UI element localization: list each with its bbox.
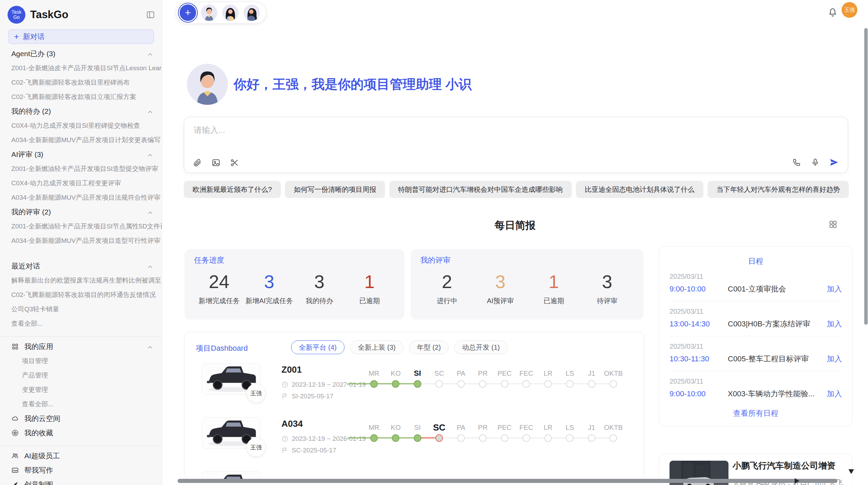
milestone-dot xyxy=(566,380,574,388)
milestone-dot xyxy=(414,434,421,442)
event-time: 10:30-11:30 xyxy=(670,355,728,363)
card-title: 任务进度 xyxy=(194,255,395,265)
sidebar-item-help-me-write[interactable]: 帮我写作 xyxy=(0,466,162,475)
sidebar-item[interactable]: C02-飞腾新能源轻客改款项目里程碑画布 xyxy=(0,78,162,87)
scroll-down-arrow-icon[interactable] xyxy=(848,469,854,474)
sidebar-item[interactable]: C0X4-动力总成开发项目SI里程碑提交物检查 xyxy=(0,121,162,130)
grid-view-icon[interactable] xyxy=(829,220,837,229)
filter-powertrain[interactable]: 动总开发 (1) xyxy=(454,340,508,354)
suggestion-chip[interactable]: 特朗普可能对进口汽车增税会对中国车企造成哪些影响 xyxy=(389,181,572,198)
user-avatar[interactable]: 王强 xyxy=(842,2,857,18)
owner-avatar: 王强 xyxy=(246,438,266,457)
sidebar-collapse-icon[interactable] xyxy=(146,10,155,19)
composer-right-tools xyxy=(792,158,839,167)
sidebar-section-my-todo[interactable]: 我的待办 (2) xyxy=(0,107,162,116)
sidebar-item-ai-super-staff[interactable]: AI超级员工 xyxy=(0,451,162,460)
milestone: MR xyxy=(363,368,385,389)
filter-new-platform[interactable]: 全新平台 (4) xyxy=(291,340,345,354)
event-title: X003-车辆动力学性能验... xyxy=(728,389,827,399)
mic-icon[interactable] xyxy=(811,158,820,167)
sidebar-item[interactable]: C0X4-动力总成开发项目工程变更评审 xyxy=(0,179,162,188)
milestone: OKTB xyxy=(603,422,625,443)
app-link-project-mgmt[interactable]: 项目管理 xyxy=(0,357,162,365)
stat-value: 1 xyxy=(527,270,581,293)
stat-value: 3 xyxy=(474,270,527,293)
sidebar-section-my-review[interactable]: 我的评审 (2) xyxy=(0,208,162,216)
sidebar-item-favorites[interactable]: 我的收藏 xyxy=(0,428,162,437)
event-title: C005-整车工程目标评审 xyxy=(728,354,827,364)
project-dashboard-card: 项目Dashboard 全新平台 (4) 全新上装 (3) 年型 (2) 动总开… xyxy=(184,332,644,480)
milestone: KO xyxy=(385,422,407,443)
suggestion-chips: 欧洲新规最近颁布了什么? 如何写一份清晰的项目周报 特朗普可能对进口汽车增税会对… xyxy=(184,181,849,198)
sidebar-section-recent[interactable]: 最近对话 xyxy=(0,262,162,271)
sidebar-item-creative-drawing[interactable]: 创意制图 xyxy=(0,480,162,485)
sidebar-divider xyxy=(0,446,162,446)
horizontal-scrollbar[interactable] xyxy=(178,479,837,483)
join-button[interactable]: 加入 xyxy=(827,389,842,399)
sidebar-section-ai-review[interactable]: AI评审 (3) xyxy=(0,150,162,159)
join-button[interactable]: 加入 xyxy=(827,284,842,294)
sidebar-item[interactable]: Z001-全新燃油轻卡产品开发项目SI造型提交物评审 xyxy=(0,164,162,173)
vertical-scrollbar[interactable] xyxy=(864,28,868,325)
recent-chat-item[interactable]: 解释最新出台的欧盟报废车法规再生塑料比例被调至15%... xyxy=(0,276,162,285)
composer-placeholder: 请输入... xyxy=(194,125,225,136)
phone-icon[interactable] xyxy=(792,158,801,167)
photo-pen-icon xyxy=(11,467,19,474)
filter-new-body[interactable]: 全新上装 (3) xyxy=(350,340,403,354)
sidebar-item-cloud-space[interactable]: 我的云空间 xyxy=(0,414,162,423)
project-row[interactable]: 王强 Z001 2023-12-19 ~ 2027-01-19 SI-2025-… xyxy=(185,362,644,416)
app-link-change-mgmt[interactable]: 变更管理 xyxy=(0,385,162,394)
event-time: 9:00-10:00 xyxy=(670,285,728,294)
notification-bell-icon[interactable] xyxy=(828,8,837,17)
recent-chat-item[interactable]: C02-飞腾新能源轻客改款项目的闭环通告反馈情况 xyxy=(0,290,162,299)
stat-label: 待评审 xyxy=(580,296,634,306)
filter-year-model[interactable]: 年型 (2) xyxy=(409,340,449,354)
project-name: Z001 xyxy=(281,364,302,375)
sidebar-item[interactable]: A034-全新新能源MUV产品开发项目计划变更表编写 xyxy=(0,136,162,145)
composer-input[interactable]: 请输入... xyxy=(184,117,848,173)
paperclip-icon[interactable] xyxy=(193,158,202,167)
sidebar-item[interactable]: C02-飞腾新能源轻客改款项目立项汇报方案 xyxy=(0,92,162,101)
scroll-right-arrow-icon[interactable] xyxy=(795,478,799,484)
view-all-schedule-link[interactable]: 查看所有日程 xyxy=(731,408,781,419)
view-all-recent-link[interactable]: 查看全部... xyxy=(0,319,162,328)
sidebar-item[interactable]: Z001-全新燃油皮卡产品开发项目SI节点Lesson Learn报告 xyxy=(0,64,162,73)
sidebar-item[interactable]: A034-全新新能源MUV产品开发项目法规符合性评审 xyxy=(0,193,162,202)
milestone-dot xyxy=(544,380,552,388)
chevron-up-icon xyxy=(147,263,154,270)
milestone-dot xyxy=(435,434,443,442)
milestone: FEC xyxy=(516,368,538,389)
milestone-dot xyxy=(566,434,574,442)
project-gate: SI-2025-05-17 xyxy=(281,393,333,400)
milestone: SC xyxy=(429,368,450,389)
new-chat-button[interactable]: + 新对话 xyxy=(8,29,154,44)
suggestion-chip[interactable]: 比亚迪全固态电池计划具体说了什么 xyxy=(576,181,703,198)
stat-new-completed: 24 新增完成任务 xyxy=(194,270,244,306)
stat-new-ai-completed: 3 新增AI完成任务 xyxy=(244,270,294,306)
suggestion-chip[interactable]: 如何写一份清晰的项目周报 xyxy=(285,181,385,198)
suggestion-chip[interactable]: 当下年轻人对汽车外观有怎样的喜好趋势 xyxy=(708,181,849,198)
project-row[interactable] xyxy=(185,470,644,480)
stat-overdue: 1 已逾期 xyxy=(345,270,395,306)
add-agent-button[interactable]: + xyxy=(180,4,196,21)
scissors-icon[interactable] xyxy=(230,158,239,167)
image-icon[interactable] xyxy=(212,158,220,167)
sidebar-item[interactable]: Z001-全新燃油轻卡产品开发项目SI节点属性5D文件评审 xyxy=(0,222,162,231)
agent-avatar[interactable] xyxy=(201,4,217,21)
sidebar-section-agent-done[interactable]: Agent已办 (3) xyxy=(0,49,162,58)
join-button[interactable]: 加入 xyxy=(827,319,842,329)
view-all-apps-link[interactable]: 查看全部... xyxy=(0,400,162,409)
agent-avatar[interactable] xyxy=(222,4,239,21)
plus-icon: + xyxy=(14,33,19,41)
recent-chat-item[interactable]: 公司Q3轻卡销量 xyxy=(0,305,162,314)
join-button[interactable]: 加入 xyxy=(827,354,842,364)
cloud-icon xyxy=(11,415,19,422)
sidebar-item[interactable]: A034-全新新能源MUV产品开发项目造型可行性评审 xyxy=(0,236,162,245)
sidebar-item-label: 帮我写作 xyxy=(24,466,53,475)
app-link-product-mgmt[interactable]: 产品管理 xyxy=(0,371,162,380)
sidebar-section-my-apps[interactable]: 我的应用 xyxy=(0,342,162,351)
send-icon[interactable] xyxy=(829,158,839,167)
suggestion-chip[interactable]: 欧洲新规最近颁布了什么? xyxy=(184,181,281,198)
agent-avatar[interactable] xyxy=(243,4,260,21)
project-row[interactable]: 王强 A034 2023-12-19 ~ 2026-01-19 SC-2025-… xyxy=(185,416,644,470)
